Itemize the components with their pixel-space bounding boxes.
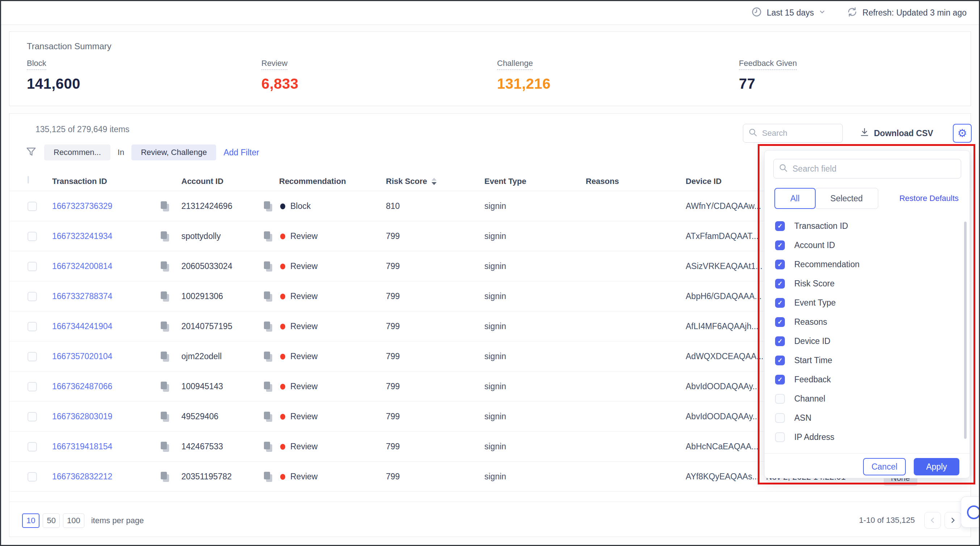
- transaction-id-link[interactable]: 1667362832212: [52, 462, 112, 492]
- metric-label-link[interactable]: Feedback Given: [739, 59, 797, 70]
- recommendation-cell: Review: [290, 221, 318, 251]
- row-checkbox[interactable]: [27, 462, 37, 492]
- field-checkbox[interactable]: [775, 221, 785, 231]
- transaction-id-link[interactable]: 1667323241934: [52, 221, 112, 251]
- copy-icon[interactable]: [264, 341, 273, 371]
- refresh-control[interactable]: Refresh: Updated 3 min ago: [847, 6, 967, 19]
- row-checkbox[interactable]: [27, 341, 37, 371]
- column-toggle-item[interactable]: Account ID: [775, 236, 955, 255]
- column-settings-gear-button[interactable]: ⚙: [953, 124, 972, 143]
- row-checkbox[interactable]: [27, 191, 37, 221]
- column-header-account-id[interactable]: Account ID: [181, 172, 223, 191]
- previous-page-button[interactable]: [924, 512, 941, 528]
- field-checkbox[interactable]: [775, 355, 785, 365]
- column-header-event-type[interactable]: Event Type: [484, 172, 527, 191]
- copy-icon[interactable]: [264, 311, 273, 341]
- column-toggle-item[interactable]: IP Address: [775, 428, 955, 447]
- filter-value-chip[interactable]: Review, Challenge: [131, 145, 216, 161]
- field-checkbox[interactable]: [775, 336, 785, 346]
- copy-icon[interactable]: [264, 281, 273, 311]
- column-toggle-item[interactable]: Channel: [775, 389, 955, 408]
- column-toggle-item[interactable]: Event Type: [775, 293, 955, 312]
- add-filter-button[interactable]: Add Filter: [223, 148, 259, 158]
- field-checkbox[interactable]: [775, 240, 785, 250]
- copy-icon[interactable]: [161, 401, 170, 431]
- panel-tab[interactable]: Selected: [815, 188, 879, 209]
- column-header-device-id[interactable]: Device ID: [686, 172, 722, 191]
- page-size-button[interactable]: 100: [63, 513, 84, 528]
- copy-icon[interactable]: [161, 311, 170, 341]
- field-search-input[interactable]: [792, 164, 956, 174]
- page-size-button[interactable]: 50: [43, 513, 59, 528]
- column-header-risk-score[interactable]: Risk Score: [386, 172, 437, 191]
- transaction-id-link[interactable]: 1667344241904: [52, 311, 112, 341]
- restore-defaults-link[interactable]: Restore Defaults: [899, 194, 959, 203]
- column-toggle-item[interactable]: Transaction ID: [775, 216, 955, 236]
- field-checkbox[interactable]: [775, 432, 785, 442]
- apply-button[interactable]: Apply: [914, 458, 959, 475]
- copy-icon[interactable]: [161, 341, 170, 371]
- field-checkbox[interactable]: [775, 317, 785, 327]
- field-checkbox[interactable]: [775, 413, 785, 423]
- copy-icon[interactable]: [264, 191, 273, 221]
- metric-label-link[interactable]: Review: [261, 59, 288, 70]
- column-toggle-item[interactable]: Feedback: [775, 370, 955, 389]
- search-input[interactable]: [762, 129, 837, 138]
- transaction-id-link[interactable]: 1667324200814: [52, 251, 112, 281]
- copy-icon[interactable]: [161, 371, 170, 401]
- filter-field-chip[interactable]: Recommen...: [44, 145, 110, 161]
- column-toggle-item[interactable]: Start Time: [775, 351, 955, 370]
- download-csv-label: Download CSV: [874, 129, 933, 138]
- panel-tab[interactable]: All: [774, 188, 816, 209]
- transaction-id-link[interactable]: 1667362487066: [52, 371, 112, 401]
- transaction-id-link[interactable]: 1667362803019: [52, 401, 112, 431]
- copy-icon[interactable]: [161, 221, 170, 251]
- transaction-id-link[interactable]: 1667323736329: [52, 191, 112, 221]
- metric-label-link[interactable]: Challenge: [497, 59, 533, 70]
- row-checkbox[interactable]: [27, 251, 37, 281]
- copy-icon[interactable]: [264, 371, 273, 401]
- copy-icon[interactable]: [161, 462, 170, 492]
- transaction-id-link[interactable]: 1667319418154: [52, 431, 112, 462]
- copy-icon[interactable]: [161, 281, 170, 311]
- panel-scrollbar-thumb[interactable]: [964, 221, 967, 439]
- copy-icon[interactable]: [161, 431, 170, 462]
- copy-icon[interactable]: [161, 251, 170, 281]
- row-checkbox[interactable]: [27, 401, 37, 431]
- copy-icon[interactable]: [264, 251, 273, 281]
- copy-icon[interactable]: [264, 462, 273, 492]
- device-id-cell: AdWQXDCEAQAA...: [686, 341, 767, 371]
- row-checkbox[interactable]: [27, 311, 37, 341]
- field-checkbox[interactable]: [775, 375, 785, 385]
- copy-icon[interactable]: [264, 431, 273, 462]
- column-header-reasons[interactable]: Reasons: [586, 172, 619, 191]
- column-header-transaction-id[interactable]: Transaction ID: [52, 172, 107, 191]
- page-size-button[interactable]: 10: [22, 513, 40, 528]
- field-checkbox[interactable]: [775, 279, 785, 288]
- field-checkbox[interactable]: [775, 394, 785, 404]
- field-checkbox[interactable]: [775, 259, 785, 269]
- transaction-id-link[interactable]: 1667357020104: [52, 341, 112, 371]
- copy-icon[interactable]: [161, 191, 170, 221]
- cancel-button[interactable]: Cancel: [863, 458, 906, 475]
- download-csv-button[interactable]: Download CSV: [859, 124, 933, 143]
- row-checkbox[interactable]: [27, 371, 37, 401]
- time-range-selector[interactable]: Last 15 days: [751, 6, 826, 19]
- copy-icon[interactable]: [264, 221, 273, 251]
- next-page-button[interactable]: [945, 512, 961, 528]
- metric-label-link[interactable]: Block: [27, 59, 46, 70]
- transaction-id-link[interactable]: 1667332788374: [52, 281, 112, 311]
- row-checkbox[interactable]: [27, 221, 37, 251]
- select-all-checkbox[interactable]: [27, 177, 29, 183]
- column-toggle-item[interactable]: Reasons: [775, 312, 955, 332]
- field-checkbox[interactable]: [775, 298, 785, 308]
- column-header-recommendation[interactable]: Recommendation: [279, 172, 346, 191]
- copy-icon[interactable]: [264, 401, 273, 431]
- column-toggle-item[interactable]: Recommendation: [775, 255, 955, 274]
- floating-help-button[interactable]: [961, 497, 979, 527]
- column-toggle-item[interactable]: Risk Score: [775, 274, 955, 293]
- row-checkbox[interactable]: [27, 431, 37, 462]
- row-checkbox[interactable]: [27, 281, 37, 311]
- column-toggle-item[interactable]: Device ID: [775, 332, 955, 351]
- column-toggle-item[interactable]: ASN: [775, 408, 955, 428]
